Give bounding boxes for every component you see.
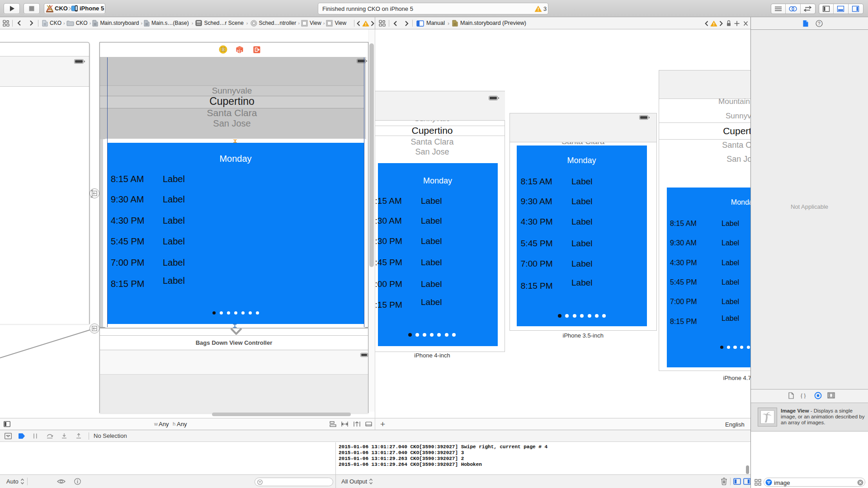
svg-text:{ }: { } — [801, 393, 806, 399]
svg-text:?: ? — [818, 21, 821, 26]
svg-text:1: 1 — [241, 50, 242, 53]
svg-text:0: 0 — [237, 49, 239, 52]
svg-text:iPhone 5: iPhone 5 — [80, 5, 104, 12]
svg-text:CKO: CKO — [55, 5, 68, 12]
